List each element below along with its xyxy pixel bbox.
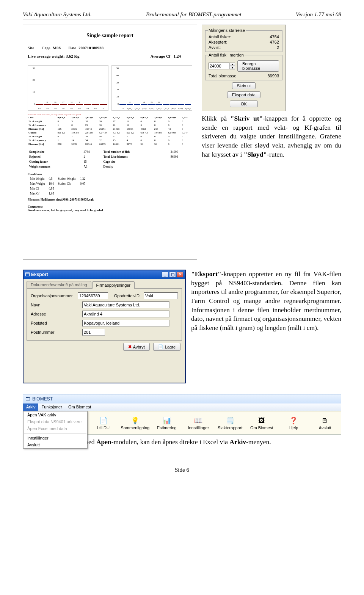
drop-open-excel: Åpen Excel med data: [24, 425, 87, 432]
bar: 1-2: [36, 104, 43, 105]
header-version: Versjon 1.77 mai 08: [296, 11, 341, 18]
bar: 1,8-1,9: [185, 104, 191, 105]
bar: 1,1-1,2: [134, 104, 140, 105]
menu-arkiv[interactable]: Arkiv: [23, 403, 38, 411]
spin-down-icon[interactable]: ▼: [230, 66, 235, 69]
bar: 251,3-1,4: [148, 104, 155, 105]
bar: 421,2-1,3: [141, 104, 147, 105]
eksport-data-button[interactable]: Eksport data: [227, 91, 260, 98]
toolbar-button[interactable]: 💡Sammenligning: [119, 416, 151, 430]
bar: 1,5-1,6: [163, 104, 169, 105]
navn-input[interactable]: [82, 301, 169, 308]
conditions-table: Min Weight0,5St.dev. Weight:1,22Max Weig…: [28, 176, 88, 196]
bar: 8-9: [92, 104, 99, 105]
menu-funksjoner[interactable]: Funksjoner: [38, 403, 65, 411]
lagre-button[interactable]: 📄Lagre: [153, 343, 180, 351]
postnr-input[interactable]: [82, 329, 105, 336]
biomest-window: 🗔BIOMEST Arkiv Funksjoner Om Biomest Åpe…: [23, 394, 341, 435]
toolbar-icon: 🖾: [246, 416, 278, 425]
toolbar-button[interactable]: 📄l til DU: [88, 416, 119, 430]
bar: 165-6: [68, 104, 75, 105]
save-icon: 📄: [158, 344, 163, 349]
biomass-panel: Målingens størrelse Antall fisker:4764 A…: [202, 25, 286, 111]
merd-count-input[interactable]: ▲▼: [209, 63, 235, 69]
bar: 274-5: [60, 104, 67, 105]
fish-count-group: Antall fisk i merden ▲▼ Beregn biomasse …: [205, 53, 282, 80]
app-icon: 🗔: [25, 272, 30, 277]
paragraph-skriv-ut: Klikk på "Skriv ut"-knappen for å oppret…: [202, 114, 341, 159]
ok-button[interactable]: OK: [230, 100, 258, 107]
paragraph-eksport: "Eksport"-knappen oppretter en ny fil fr…: [191, 270, 341, 383]
menu-bar: Arkiv Funksjoner Om Biomest: [23, 403, 341, 411]
cf-bar-chart: 01020304050 <131,0-1,11,1-1,2421,2-1,325…: [111, 65, 192, 111]
menu-om-biomest[interactable]: Om Biomest: [65, 403, 94, 411]
drop-innstillinger[interactable]: Innstillinger: [24, 435, 87, 441]
bar: 9+: [100, 104, 107, 105]
toolbar-button[interactable]: ❓Hjelp: [278, 416, 309, 430]
toolbar-icon: 🗒️: [214, 416, 246, 425]
minimize-icon[interactable]: _: [162, 272, 168, 278]
drop-export-ns9401: Ekspot data NS9401 arkivere: [24, 418, 87, 425]
bar: 31,0-1,1: [127, 104, 133, 105]
oppdretter-id-input[interactable]: [144, 292, 178, 299]
toolbar-button[interactable]: 🗒️Slakterapport: [214, 416, 246, 430]
bar: <1: [119, 104, 126, 105]
drop-avslutt[interactable]: Avslutt: [24, 441, 87, 448]
bar: 1,6-1,7: [170, 104, 177, 105]
toolbar-icon: ❓: [278, 416, 309, 425]
measurement-size-group: Målingens størrelse Antall fisker:4764 A…: [205, 28, 282, 52]
page-header: Vaki Aquaculture Systems Ltd. Brukermanu…: [23, 11, 341, 19]
spin-up-icon[interactable]: ▲: [230, 63, 235, 66]
bar: 66-7: [76, 104, 83, 105]
arkiv-dropdown: Åpen VAK arkiv Ekspot data NS9401 arkive…: [23, 411, 88, 449]
toolbar-icon: 🗎: [309, 416, 341, 425]
beregn-biomasse-button[interactable]: Beregn biomasse: [237, 60, 279, 72]
toolbar-button[interactable]: 🗎Avslutt: [309, 416, 341, 430]
toolbar-button[interactable]: 📖Innstillinger: [183, 416, 215, 430]
tab-dokument[interactable]: Dokument/overskrift på måling: [27, 281, 91, 288]
bar: 182-3: [44, 104, 51, 105]
toolbar-button[interactable]: 🖾Om Biomest: [246, 416, 278, 430]
bar: 303-4: [52, 104, 59, 105]
toolbar-icon: 📊: [151, 416, 183, 425]
bar: 101,4-1,5: [155, 104, 162, 105]
skriv-ut-button[interactable]: Skriv ut: [232, 82, 256, 89]
poststed-input[interactable]: [82, 320, 169, 327]
maximize-icon[interactable]: ▢: [169, 272, 176, 278]
report-title: Single sample report: [28, 33, 192, 39]
bar: 1,7-1,8: [177, 104, 184, 105]
close-icon[interactable]: ✕: [177, 272, 184, 278]
toolbar-icon: 📄: [88, 416, 119, 425]
page-footer: Side 6: [23, 465, 341, 473]
single-sample-report: Single sample report Site Cage M06 Date …: [23, 25, 197, 260]
org-number-input[interactable]: [78, 292, 108, 299]
header-company: Vaki Aquaculture Systems Ltd.: [23, 11, 92, 18]
tab-firma[interactable]: Firmaopplysninger: [92, 281, 135, 289]
header-title: Brukermanual for BIOMEST-programmet: [146, 11, 242, 18]
app-icon: 🗔: [25, 396, 30, 402]
eksport-dialog: 🗔Eksport _ ▢ ✕ Dokument/overskrift på må…: [23, 270, 186, 383]
toolbar-icon: 📖: [183, 416, 215, 425]
bar: 7-8: [84, 104, 91, 105]
weight-bar-chart: 0102030 1-2182-3303-4274-5165-666-77-88-…: [28, 65, 108, 111]
cancel-icon: ✖: [128, 344, 132, 349]
sample-stats: Sample size4764Total number of fish24000…: [28, 149, 192, 170]
adresse-input[interactable]: [82, 311, 169, 317]
drop-open-vak[interactable]: Åpen VAK arkiv: [24, 411, 87, 418]
weight-dist-table: Live0,0-1,01,0-2,02,0-3,03,0-4,04,0-5,05…: [28, 116, 192, 146]
toolbar-button[interactable]: 📊Estimering: [151, 416, 183, 430]
toolbar-icon: 💡: [119, 416, 151, 425]
avbryt-button[interactable]: ✖Avbryt: [123, 343, 150, 351]
